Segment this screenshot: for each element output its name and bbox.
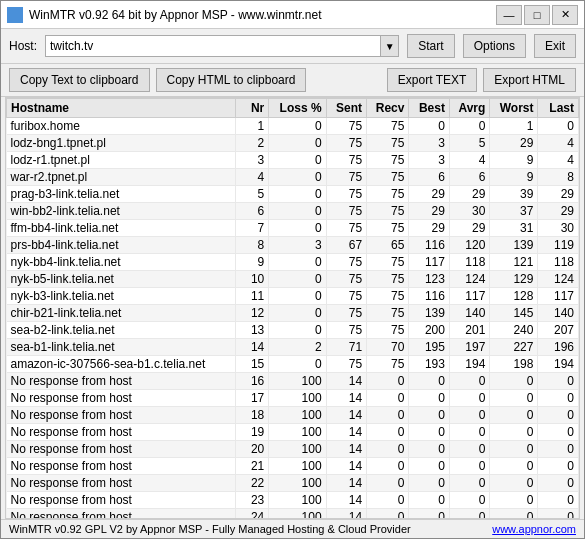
table-cell: 75 (326, 118, 366, 135)
table-cell: 0 (367, 373, 409, 390)
table-cell: No response from host (7, 373, 236, 390)
table-row: sea-b1-link.telia.net1427170195197227196 (7, 339, 579, 356)
status-link[interactable]: www.appnor.com (492, 523, 576, 535)
table-cell: 30 (538, 220, 579, 237)
table-row: No response from host181001400000 (7, 407, 579, 424)
table-cell: 75 (367, 118, 409, 135)
table-cell: 0 (490, 475, 538, 492)
table-cell: 75 (326, 305, 366, 322)
table-cell: 0 (409, 492, 449, 509)
table-cell: 1 (235, 118, 269, 135)
table-cell: 0 (490, 424, 538, 441)
table-cell: war-r2.tpnet.pl (7, 169, 236, 186)
table-cell: 16 (235, 373, 269, 390)
table-cell: No response from host (7, 475, 236, 492)
table-cell: 75 (326, 220, 366, 237)
table-row: No response from host231001400000 (7, 492, 579, 509)
table-cell: 120 (449, 237, 489, 254)
table-body: furibox.home1075750010lodz-bng1.tpnet.pl… (7, 118, 579, 519)
table-row: war-r2.tpnet.pl4075756698 (7, 169, 579, 186)
col-header-loss: Loss % (269, 99, 326, 118)
table-row: No response from host221001400000 (7, 475, 579, 492)
table-cell: 0 (409, 118, 449, 135)
table-cell: No response from host (7, 390, 236, 407)
table-cell: 3 (269, 237, 326, 254)
table-cell: 100 (269, 492, 326, 509)
table-scroll-area[interactable]: Hostname Nr Loss % Sent Recv Best Avrg W… (6, 98, 579, 518)
table-cell: No response from host (7, 441, 236, 458)
table-cell: 15 (235, 356, 269, 373)
table-row: nyk-b3-link.telia.net1107575116117128117 (7, 288, 579, 305)
table-cell: 70 (367, 339, 409, 356)
table-cell: 14 (326, 492, 366, 509)
table-cell: 0 (269, 169, 326, 186)
table-cell: chir-b21-link.telia.net (7, 305, 236, 322)
start-button[interactable]: Start (407, 34, 454, 58)
table-cell: 196 (538, 339, 579, 356)
table-cell: 0 (449, 458, 489, 475)
table-cell: 0 (449, 475, 489, 492)
table-cell: 6 (449, 169, 489, 186)
table-cell: nyk-b5-link.telia.net (7, 271, 236, 288)
table-cell: 0 (409, 441, 449, 458)
table-cell: 0 (367, 424, 409, 441)
minimize-button[interactable]: — (496, 5, 522, 25)
table-cell: 75 (367, 135, 409, 152)
exit-button[interactable]: Exit (534, 34, 576, 58)
col-header-worst: Worst (490, 99, 538, 118)
table-cell: 0 (409, 509, 449, 519)
table-row: No response from host191001400000 (7, 424, 579, 441)
table-cell: 2 (235, 135, 269, 152)
table-cell: 0 (269, 254, 326, 271)
table-cell: 0 (490, 373, 538, 390)
table-cell: 100 (269, 509, 326, 519)
col-header-hostname: Hostname (7, 99, 236, 118)
status-text: WinMTR v0.92 GPL V2 by Appnor MSP - Full… (9, 523, 411, 535)
window-title: WinMTR v0.92 64 bit by Appnor MSP - www.… (29, 8, 496, 22)
table-cell: 0 (269, 322, 326, 339)
table-cell: 20 (235, 441, 269, 458)
table-cell: 24 (235, 509, 269, 519)
title-bar: WinMTR v0.92 64 bit by Appnor MSP - www.… (1, 1, 584, 29)
table-cell: ffm-bb4-link.telia.net (7, 220, 236, 237)
table-cell: win-bb2-link.telia.net (7, 203, 236, 220)
table-cell: 14 (326, 475, 366, 492)
table-cell: 29 (538, 203, 579, 220)
table-cell: sea-b2-link.telia.net (7, 322, 236, 339)
export-text-button[interactable]: Export TEXT (387, 68, 477, 92)
table-cell: 75 (367, 305, 409, 322)
table-cell: 11 (235, 288, 269, 305)
table-cell: 123 (409, 271, 449, 288)
table-row: No response from host161001400000 (7, 373, 579, 390)
table-cell: 12 (235, 305, 269, 322)
table-cell: 67 (326, 237, 366, 254)
close-button[interactable]: ✕ (552, 5, 578, 25)
export-html-button[interactable]: Export HTML (483, 68, 576, 92)
col-header-avrg: Avrg (449, 99, 489, 118)
table-header-row: Hostname Nr Loss % Sent Recv Best Avrg W… (7, 99, 579, 118)
maximize-button[interactable]: □ (524, 5, 550, 25)
table-cell: 100 (269, 390, 326, 407)
table-cell: 0 (538, 424, 579, 441)
table-cell: 140 (449, 305, 489, 322)
table-row: furibox.home1075750010 (7, 118, 579, 135)
table-cell: 14 (326, 458, 366, 475)
dropdown-arrow-icon[interactable]: ▼ (381, 35, 399, 57)
table-cell: 9 (235, 254, 269, 271)
copy-text-button[interactable]: Copy Text to clipboard (9, 68, 150, 92)
table-cell: No response from host (7, 492, 236, 509)
table-cell: 6 (409, 169, 449, 186)
table-cell: 0 (367, 458, 409, 475)
table-cell: 0 (538, 390, 579, 407)
table-cell: 0 (269, 203, 326, 220)
table-cell: 75 (326, 322, 366, 339)
table-cell: 31 (490, 220, 538, 237)
table-cell: sea-b1-link.telia.net (7, 339, 236, 356)
table-cell: 0 (490, 509, 538, 519)
table-cell: 116 (409, 237, 449, 254)
table-cell: 29 (409, 220, 449, 237)
options-button[interactable]: Options (463, 34, 526, 58)
table-cell: 118 (538, 254, 579, 271)
copy-html-button[interactable]: Copy HTML to clipboard (156, 68, 307, 92)
host-select[interactable]: twitch.tv (45, 35, 381, 57)
